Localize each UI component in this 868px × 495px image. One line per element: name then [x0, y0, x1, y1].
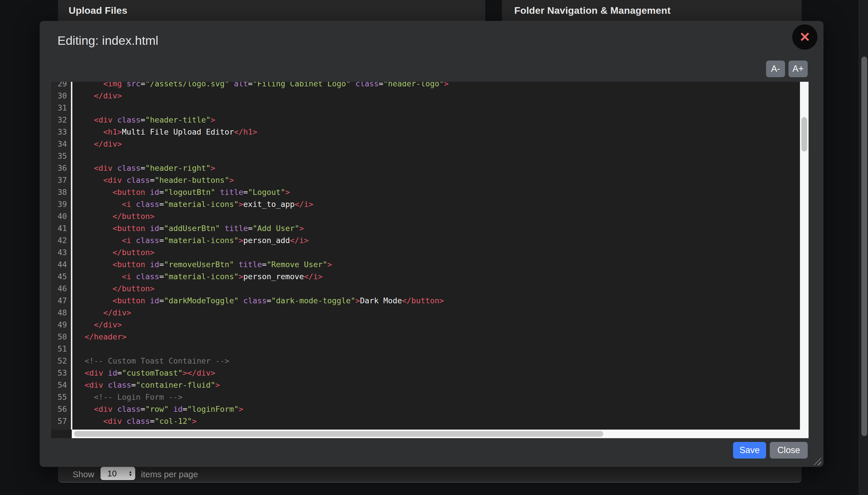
- folder-nav-card-header: Folder Navigation & Management: [502, 0, 802, 21]
- close-button[interactable]: Close: [770, 442, 808, 459]
- code-line[interactable]: 35: [51, 150, 800, 162]
- line-number: 56: [51, 403, 71, 415]
- code-line[interactable]: 50 </header>: [51, 331, 800, 343]
- code-line-text: </header>: [71, 331, 127, 343]
- code-line[interactable]: 46 </button>: [51, 283, 800, 295]
- editor-vertical-scrollbar-thumb[interactable]: [801, 117, 807, 152]
- code-line[interactable]: 55 <!-- Login Form -->: [51, 391, 800, 403]
- code-editor[interactable]: 29 <img src="/assets/logo.svg" alt="Fili…: [51, 82, 808, 438]
- code-line-text: <!-- Login Form -->: [71, 391, 183, 403]
- code-line[interactable]: 54 <div class="container-fluid">: [51, 379, 800, 391]
- line-number: 30: [51, 90, 71, 102]
- editor-vertical-scrollbar-track[interactable]: [800, 82, 808, 438]
- code-line[interactable]: 47 <button id="darkModeToggle" class="da…: [51, 295, 800, 307]
- line-number: 38: [51, 186, 71, 198]
- code-line[interactable]: 57 <div class="col-12">: [51, 415, 800, 427]
- code-line[interactable]: 29 <img src="/assets/logo.svg" alt="Fili…: [51, 82, 800, 90]
- code-line[interactable]: 48 </div>: [51, 307, 800, 319]
- code-line[interactable]: 56 <div class="row" id="loginForm">: [51, 403, 800, 415]
- code-line[interactable]: 40 </button>: [51, 210, 800, 222]
- font-decrease-button[interactable]: A-: [766, 61, 785, 77]
- edit-file-modal: Editing: index.html ✕ A- A+ 29 <img src=…: [39, 21, 823, 467]
- code-line[interactable]: 43 </button>: [51, 246, 800, 258]
- code-line-text: </div>: [71, 138, 122, 150]
- resize-grip-icon[interactable]: [814, 458, 821, 465]
- line-number: 50: [51, 331, 71, 343]
- code-line[interactable]: 34 </div>: [51, 138, 800, 150]
- line-number: 47: [51, 295, 71, 307]
- font-increase-button[interactable]: A+: [788, 61, 808, 77]
- save-button[interactable]: Save: [733, 442, 766, 459]
- code-line[interactable]: 45 <i class="material-icons">person_remo…: [51, 271, 800, 283]
- folder-nav-title: Folder Navigation & Management: [514, 5, 670, 16]
- pagination-bar: Show 10 ▲ ▼ items per page: [58, 467, 802, 483]
- code-line-text: </div>: [71, 319, 122, 331]
- code-line-text: <form id="authForm" method="post">: [71, 427, 271, 430]
- editor-horizontal-scrollbar-track[interactable]: [72, 430, 800, 438]
- code-line-text: <div id="customToast"></div>: [71, 367, 215, 379]
- code-line[interactable]: 31: [51, 102, 800, 114]
- line-number: 51: [51, 343, 71, 355]
- modal-title: Editing: index.html: [57, 34, 158, 48]
- code-line-text: </button>: [71, 210, 154, 222]
- code-line-text: <div class="col-12">: [71, 415, 197, 427]
- line-number: 45: [51, 271, 71, 283]
- line-number: 43: [51, 246, 71, 258]
- code-line[interactable]: 33 <h1>Multi File Upload Editor</h1>: [51, 126, 800, 138]
- code-line-text: </button>: [71, 283, 154, 295]
- upload-files-title: Upload Files: [69, 5, 128, 16]
- code-rows: 29 <img src="/assets/logo.svg" alt="Fili…: [51, 82, 800, 430]
- editor-horizontal-scrollbar-thumb[interactable]: [74, 431, 603, 437]
- code-line[interactable]: 38 <button id="logoutBtn" title="Logout"…: [51, 186, 800, 198]
- code-line-text: </div>: [71, 307, 131, 319]
- line-number: 46: [51, 283, 71, 295]
- code-line-text: <h1>Multi File Upload Editor</h1>: [71, 126, 257, 138]
- code-line-text: <div class="row" id="loginForm">: [71, 403, 243, 415]
- code-line-text: <button id="addUserBtn" title="Add User"…: [71, 222, 304, 235]
- code-line[interactable]: 44 <button id="removeUserBtn" title="Rem…: [51, 258, 800, 271]
- code-line-text: <i class="material-icons">person_add</i>: [71, 235, 309, 246]
- line-number: 52: [51, 355, 71, 367]
- code-line[interactable]: 30 </div>: [51, 90, 800, 102]
- line-number: 37: [51, 174, 71, 186]
- code-line-text: </div>: [71, 90, 122, 102]
- line-number: 36: [51, 162, 71, 174]
- code-line-text: <div class="header-right">: [71, 162, 215, 174]
- line-number: 34: [51, 138, 71, 150]
- code-line[interactable]: 52 <!-- Custom Toast Container -->: [51, 355, 800, 367]
- code-line-text: [71, 150, 75, 162]
- line-number: 44: [51, 258, 71, 271]
- line-number: 31: [51, 102, 71, 114]
- line-number: 39: [51, 198, 71, 210]
- line-number: 40: [51, 210, 71, 222]
- line-number: 32: [51, 114, 71, 126]
- line-number: 48: [51, 307, 71, 319]
- code-line-text: [71, 102, 75, 114]
- code-line[interactable]: 53 <div id="customToast"></div>: [51, 367, 800, 379]
- code-line[interactable]: 41 <button id="addUserBtn" title="Add Us…: [51, 222, 800, 235]
- code-line[interactable]: 42 <i class="material-icons">person_add<…: [51, 235, 800, 246]
- code-viewport[interactable]: 29 <img src="/assets/logo.svg" alt="Fili…: [51, 82, 800, 430]
- code-line[interactable]: 37 <div class="header-buttons">: [51, 174, 800, 186]
- close-icon: ✕: [799, 29, 811, 45]
- pagination-suffix-label: items per page: [141, 470, 198, 479]
- code-line[interactable]: 36 <div class="header-right">: [51, 162, 800, 174]
- line-number: 54: [51, 379, 71, 391]
- line-number: 58: [51, 427, 71, 430]
- line-number: 57: [51, 415, 71, 427]
- items-per-page-select[interactable]: 10 ▲ ▼: [100, 467, 135, 480]
- code-line-text: <button id="removeUserBtn" title="Remove…: [71, 258, 332, 271]
- code-line-text: <!-- Custom Toast Container -->: [71, 355, 229, 367]
- code-line[interactable]: 39 <i class="material-icons">exit_to_app…: [51, 198, 800, 210]
- pagination-show-label: Show: [73, 470, 94, 479]
- code-line[interactable]: 49 </div>: [51, 319, 800, 331]
- page-scrollbar-thumb[interactable]: [862, 56, 867, 436]
- page-scrollbar-track[interactable]: [858, 0, 868, 495]
- code-line[interactable]: 32 <div class="header-title">: [51, 114, 800, 126]
- select-arrows-icon: ▲ ▼: [128, 470, 132, 477]
- code-line-text: <div class="header-buttons">: [71, 174, 234, 186]
- code-line[interactable]: 58 <form id="authForm" method="post">: [51, 427, 800, 430]
- items-per-page-value: 10: [100, 469, 128, 478]
- code-line[interactable]: 51: [51, 343, 800, 355]
- modal-close-button[interactable]: ✕: [792, 24, 817, 50]
